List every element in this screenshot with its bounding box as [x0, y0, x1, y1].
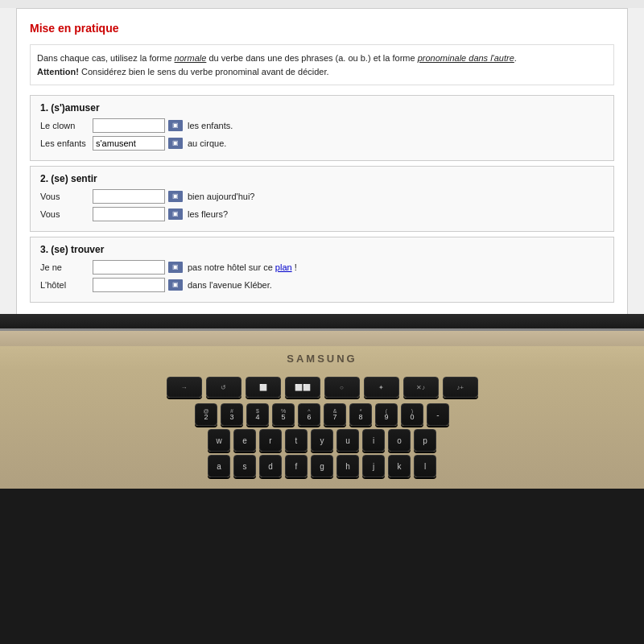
- key-at-2[interactable]: @ 2: [195, 403, 217, 426]
- function-key-row: → ↺ ⬜ ⬜⬜ ○ ✦ ✕♪ ♪+: [24, 377, 620, 400]
- key-brightness-low[interactable]: ○: [324, 377, 360, 398]
- plan-link[interactable]: plan: [275, 262, 292, 272]
- key-k[interactable]: k: [388, 455, 411, 477]
- row-suffix-2-1: bien aujourd'hui?: [188, 192, 254, 201]
- row-suffix-2-2: les fleurs?: [188, 209, 228, 219]
- key-o[interactable]: o: [388, 429, 411, 452]
- check-icon-2-2[interactable]: ▣: [168, 208, 183, 220]
- exercise-2-row-1: Vous ▣ bien aujourd'hui?: [40, 189, 604, 204]
- key-star-8[interactable]: * 8: [349, 403, 372, 426]
- row-label: L'hôtel: [40, 280, 93, 290]
- check-icon-3-1[interactable]: ▣: [168, 262, 183, 273]
- row-label: Les enfants: [40, 138, 93, 148]
- key-h[interactable]: h: [336, 455, 359, 477]
- input-3-1[interactable]: [93, 260, 165, 275]
- key-d[interactable]: d: [259, 455, 282, 477]
- section-title: Mise en pratique: [30, 19, 614, 38]
- key-l[interactable]: l: [414, 455, 436, 477]
- key-w[interactable]: w: [208, 429, 230, 452]
- row-suffix-1-2: au cirque.: [188, 138, 226, 148]
- check-icon-3-2[interactable]: ▣: [168, 279, 183, 291]
- key-mute[interactable]: ✕♪: [403, 377, 439, 398]
- keyboard-area: → ↺ ⬜ ⬜⬜ ○ ✦ ✕♪ ♪+ @ 2 # 3 $ 4 % 5 ^ 6 &: [0, 370, 644, 489]
- input-1-1[interactable]: [93, 118, 165, 133]
- exercise-3-row-2: L'hôtel ▣ dans l'avenue Kléber.: [40, 278, 604, 292]
- key-brightness-high[interactable]: ✦: [364, 377, 399, 398]
- exercise-3-title: 3. (se) trouver: [40, 244, 604, 255]
- letter-row-1: w e r t y u i o p: [24, 429, 620, 452]
- exercise-1-row-1: Le clown ▣ les enfants.: [40, 118, 604, 133]
- instruction-line1: Dans chaque cas, utilisez la forme norma…: [37, 52, 607, 65]
- key-arrow[interactable]: →: [167, 377, 202, 398]
- row-label: Vous: [40, 192, 93, 201]
- exercise-2-row-2: Vous ▣ les fleurs?: [40, 207, 604, 221]
- key-amp-7[interactable]: & 7: [324, 403, 346, 426]
- number-key-row: @ 2 # 3 $ 4 % 5 ^ 6 & 7 * 8 ( 9: [24, 403, 620, 426]
- key-t[interactable]: t: [285, 429, 308, 452]
- key-i[interactable]: i: [362, 429, 385, 452]
- input-2-2[interactable]: [93, 207, 165, 221]
- key-hash-3[interactable]: # 3: [221, 403, 243, 426]
- key-refresh[interactable]: ↺: [206, 377, 242, 398]
- content-area: Mise en pratique Dans chaque cas, utilis…: [0, 8, 644, 314]
- laptop-screen: Mise en pratique Dans chaque cas, utilis…: [0, 0, 644, 314]
- pagination: ‹ Prev 1 of 12 ⠿ Next ›: [30, 308, 614, 314]
- instructions-box: Dans chaque cas, utilisez la forme norma…: [30, 44, 614, 85]
- key-u[interactable]: u: [336, 429, 359, 452]
- row-suffix-1-1: les enfants.: [188, 121, 233, 130]
- key-dollar-4[interactable]: $ 4: [246, 403, 269, 426]
- exercise-1: 1. (s')amuser Le clown ▣ les enfants. Le…: [30, 95, 614, 161]
- key-rparen-0[interactable]: ) 0: [401, 403, 423, 426]
- key-s[interactable]: s: [233, 455, 256, 477]
- key-y[interactable]: y: [311, 429, 333, 452]
- input-1-2[interactable]: [93, 136, 165, 151]
- check-icon-1-1[interactable]: ▣: [168, 120, 183, 131]
- exercise-3: 3. (se) trouver Je ne ▣ pas notre hôtel …: [30, 237, 614, 303]
- key-volume[interactable]: ♪+: [443, 377, 478, 398]
- key-g[interactable]: g: [311, 455, 333, 477]
- input-3-2[interactable]: [93, 278, 165, 292]
- key-lparen-9[interactable]: ( 9: [375, 403, 398, 426]
- samsung-logo: SAMSUNG: [287, 353, 357, 365]
- key-j[interactable]: j: [362, 455, 385, 477]
- input-2-1[interactable]: [93, 189, 165, 204]
- letter-row-2: a s d f g h j k l: [24, 455, 620, 477]
- row-label: Je ne: [40, 262, 93, 272]
- exercise-container: Mise en pratique Dans chaque cas, utilis…: [16, 8, 628, 314]
- exercise-2: 2. (se) sentir Vous ▣ bien aujourd'hui? …: [30, 166, 614, 232]
- exercise-2-title: 2. (se) sentir: [40, 173, 604, 184]
- key-p[interactable]: p: [414, 429, 436, 452]
- key-caret-6[interactable]: ^ 6: [298, 403, 320, 426]
- screen-bottom-bezel: [0, 314, 644, 328]
- key-f[interactable]: f: [285, 455, 308, 477]
- exercise-1-row-2: Les enfants ▣ au cirque.: [40, 136, 604, 151]
- key-percent-5[interactable]: % 5: [272, 403, 295, 426]
- key-overview[interactable]: ⬜⬜: [285, 377, 320, 398]
- key-a[interactable]: a: [208, 455, 230, 477]
- key-e[interactable]: e: [233, 429, 256, 452]
- key-window[interactable]: ⬜: [246, 377, 281, 398]
- exercise-1-title: 1. (s')amuser: [40, 102, 604, 114]
- exercise-3-row-1: Je ne ▣ pas notre hôtel sur ce plan !: [40, 260, 604, 275]
- row-label: Le clown: [40, 121, 93, 130]
- instruction-line2: Attention! Considérez bien le sens du ve…: [37, 65, 607, 79]
- row-label: Vous: [40, 209, 93, 219]
- samsung-label-area: SAMSUNG: [0, 346, 644, 370]
- laptop-hinge: [0, 328, 644, 346]
- key-minus[interactable]: -: [427, 403, 449, 426]
- row-suffix-3-1: pas notre hôtel sur ce plan !: [188, 262, 297, 272]
- check-icon-1-2[interactable]: ▣: [168, 138, 183, 149]
- check-icon-2-1[interactable]: ▣: [168, 191, 183, 202]
- row-suffix-3-2: dans l'avenue Kléber.: [188, 280, 272, 290]
- key-r[interactable]: r: [259, 429, 282, 452]
